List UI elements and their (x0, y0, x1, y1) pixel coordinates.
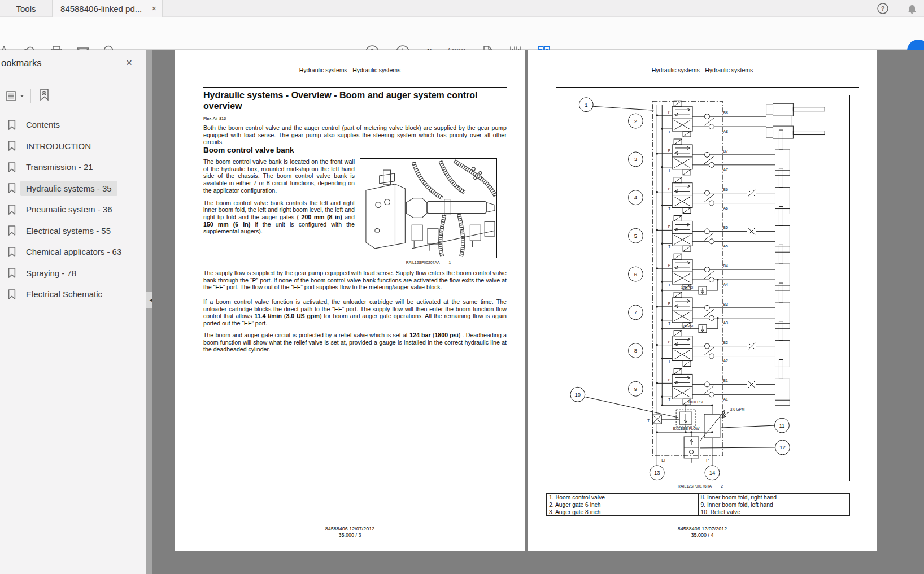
header-rule (203, 87, 507, 88)
footer-rule (556, 524, 859, 524)
figure-number: 1 (448, 260, 451, 264)
svg-text:T: T (668, 168, 670, 172)
pdf-viewer-window: Tools 84588406-linked pd... × ? (0, 0, 924, 574)
callout-3: 3 (634, 156, 637, 162)
bookmark-flag-icon (7, 182, 17, 194)
callout-10: 10 (575, 392, 581, 398)
legend-row: 2. Auger gate 6 inch9. Inner boom fold, … (547, 501, 850, 508)
help-icon[interactable]: ? (874, 0, 891, 17)
port-label-a: A5 (723, 244, 728, 248)
bookmark-item-8[interactable]: Electrical Schematic (0, 284, 146, 305)
legend-cell: 2. Auger gate 6 inch (547, 501, 699, 508)
port-label-a: A3 (723, 321, 728, 325)
footer-pagenumber: 35.000 / 4 (528, 532, 877, 538)
legend-cell: 9. Inner boom fold, left hand (698, 501, 850, 508)
tab-document[interactable]: 84588406-linked pd... × (52, 0, 163, 17)
callout-2: 2 (634, 118, 637, 124)
tab-tools-label: Tools (16, 4, 36, 14)
section-heading: Boom control valve bank (203, 146, 294, 154)
bookmark-label: Spraying - 78 (20, 266, 82, 281)
bookmark-item-7[interactable]: Spraying - 78 (0, 263, 146, 284)
page-title: Hydraulic systems - Overview - Boom and … (203, 90, 507, 112)
svg-text:P: P (668, 263, 670, 267)
callout-8: 8 (634, 347, 637, 354)
svg-text:T: T (668, 359, 670, 363)
bookmark-label: Electrical Schematic (20, 286, 108, 302)
bookmark-item-3[interactable]: Hydraulic systems - 35 (0, 178, 146, 199)
bookmark-item-4[interactable]: Pneumatic system - 36 (0, 199, 146, 220)
port-label-b: B3 (723, 302, 728, 306)
port-label-b: B6 (723, 188, 728, 192)
svg-text:P: P (668, 149, 670, 153)
svg-text:T: T (668, 398, 670, 402)
left-column: The boom control valve bank is located o… (203, 158, 355, 240)
legend-cell: 8. Inner boom fold, right hand (698, 494, 850, 501)
tab-tools[interactable]: Tools (0, 0, 52, 17)
port-label-a: A2 (723, 359, 728, 363)
toolbar-divider (30, 89, 31, 103)
hydraulic-schematic-figure: T 1800 PSI EXCESS FLOW (551, 95, 850, 481)
page-right: Hydraulic systems - Hydraulic systems (528, 50, 877, 551)
callout-4: 4 (634, 194, 637, 201)
figure-caption: RAIL12SP00176HA2 (551, 484, 850, 488)
bookmark-flag-icon (7, 162, 17, 173)
figure-caption-code: RAIL12SP00176HA (678, 484, 712, 488)
bookmark-list: ContentsINTRODUCTIONTransmission - 21Hyd… (0, 114, 146, 305)
bookmark-item-6[interactable]: Chemical applicators - 63 (0, 241, 146, 263)
excess-flow-label: EXCESS FLOW (673, 427, 700, 430)
bookmark-item-0[interactable]: Contents (0, 114, 146, 136)
footer-pagenumber: 35.000 / 3 (175, 532, 525, 538)
bookmark-flag-icon (7, 140, 17, 151)
bookmark-item-2[interactable]: Transmission - 21 (0, 156, 146, 178)
svg-text:P: P (668, 187, 670, 191)
callout-12: 12 (779, 444, 786, 450)
bookmarks-close-icon[interactable]: × (126, 56, 132, 69)
legend-row: 1. Boom control valve8. Inner boom fold,… (547, 494, 850, 501)
callout-5: 5 (634, 233, 637, 239)
bookmark-label: Pneumatic system - 36 (20, 202, 118, 217)
tab-document-label: 84588406-linked pd... (60, 4, 142, 14)
port-label-a: A4 (723, 282, 728, 286)
bookmark-label: Chemical applicators - 63 (20, 244, 127, 259)
expand-current-bookmark-icon[interactable] (37, 87, 53, 105)
bookmark-item-5[interactable]: Electrical systems - 55 (0, 220, 146, 242)
main-toolbar: 45 / 298 (0, 17, 924, 50)
paragraph-relief: The boom and auger gate circuit is prote… (203, 332, 507, 353)
svg-text:T: T (668, 207, 670, 211)
port-label-a: A6 (723, 206, 728, 210)
bookmark-flag-icon (7, 246, 17, 258)
port-label-b: B5 (723, 225, 728, 229)
header-rule (556, 87, 859, 88)
legend-cell: 10. Relief valve (698, 508, 850, 516)
footer-rule (203, 524, 507, 524)
running-header: Hydraulic systems - Hydraulic systems (175, 67, 525, 73)
footer-docnumber: 84588406 12/07/2012 (528, 526, 877, 532)
callout-9: 9 (634, 386, 637, 392)
tab-close-icon[interactable]: × (152, 4, 156, 13)
bookmark-options-icon[interactable] (5, 89, 25, 103)
panel-resize-gutter[interactable] (146, 50, 152, 574)
bookmark-label: Hydraulic systems - 35 (20, 181, 117, 196)
callout-11: 11 (779, 423, 785, 429)
bookmarks-panel: ookmarks × ContentsINTRODUCTIONTransmiss… (0, 50, 146, 574)
bookmark-item-1[interactable]: INTRODUCTION (0, 136, 146, 157)
legend-cell: 3. Auger gate 8 inch (547, 508, 699, 516)
callout-7: 7 (634, 309, 637, 315)
port-label-b: B7 (723, 149, 728, 153)
t-port-label: T (647, 419, 650, 423)
legend-table: 1. Boom control valve8. Inner boom fold,… (546, 493, 850, 516)
svg-text:P: P (668, 340, 670, 344)
callout-1: 1 (585, 102, 587, 108)
svg-text:T: T (668, 283, 670, 287)
footer-docnumber: 84588406 12/07/2012 (175, 526, 525, 532)
page-left: Hydraulic systems - Hydraulic systems Hy… (175, 50, 525, 551)
callout-13: 13 (654, 469, 660, 476)
valve-bank-line-drawing (360, 159, 496, 258)
bookmark-flag-icon (7, 225, 17, 236)
port-label-a: A8 (723, 129, 728, 133)
paragraph-unloader: If a boom control valve function is acti… (203, 298, 507, 327)
svg-text:P: P (668, 110, 670, 114)
tab-bar: Tools 84588406-linked pd... × ? (0, 0, 924, 17)
notifications-bell-icon[interactable] (904, 0, 921, 17)
ef-port-label: EF (661, 458, 666, 462)
